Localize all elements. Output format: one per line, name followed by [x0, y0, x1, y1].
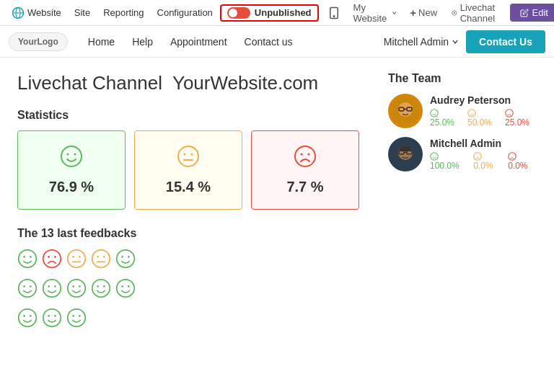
edit-button[interactable]: Edit [510, 4, 554, 22]
logo[interactable]: YourLogo [9, 32, 68, 51]
svg-point-29 [117, 250, 135, 268]
feedbacks-title: The 13 last feedbacks [17, 227, 359, 240]
svg-point-49 [30, 315, 32, 317]
svg-point-45 [121, 285, 123, 288]
svg-point-54 [72, 315, 74, 317]
feedback-icon-happy [66, 308, 87, 333]
happy-face-icon [60, 145, 83, 173]
svg-point-6 [67, 153, 69, 156]
livechat-label: Livechat Channel [460, 2, 500, 24]
svg-point-43 [103, 285, 105, 288]
website-nav-item[interactable]: Website [6, 2, 67, 24]
member-name-audrey: Audrey Peterson [430, 94, 537, 106]
svg-point-47 [19, 309, 37, 327]
configuration-label: Configuration [157, 7, 213, 18]
svg-point-70 [431, 153, 439, 161]
stats-cards: 76.9 % 15.4 % [17, 130, 359, 210]
unpublished-toggle[interactable]: Unpublished [220, 4, 319, 22]
svg-point-17 [30, 256, 32, 258]
mitchell-neutral-stat: 0.0% [473, 151, 502, 171]
appointment-label: Appointment [170, 36, 227, 48]
svg-point-27 [103, 256, 105, 258]
feedback-row-2 [17, 278, 359, 303]
toggle-switch[interactable] [227, 7, 250, 19]
svg-point-25 [92, 250, 110, 268]
top-nav-right: Unpublished My Website + New [220, 0, 554, 27]
stat-value-happy: 76.9 % [49, 179, 94, 195]
svg-point-38 [68, 280, 86, 298]
svg-point-42 [97, 285, 99, 288]
mitchell-sad-stat: 0.0% [508, 151, 537, 171]
svg-point-18 [43, 250, 61, 268]
svg-point-48 [23, 315, 25, 317]
avatar-mitchell [388, 137, 423, 172]
contact-us-link[interactable]: Contact us [236, 30, 302, 53]
svg-point-51 [48, 315, 50, 317]
svg-point-36 [48, 285, 50, 288]
contact-us-btn-label: Contact Us [479, 36, 532, 48]
svg-point-15 [19, 250, 37, 268]
member-info-audrey: Audrey Peterson 25.0% 50.0% 25.0% [430, 94, 537, 128]
member-info-mitchell: Mitchell Admin 100.0% 0.0% 0.0% [430, 138, 537, 171]
svg-point-61 [431, 110, 439, 117]
neutral-face-icon [177, 145, 200, 173]
feedback-icon-happy [66, 278, 87, 303]
svg-point-13 [301, 153, 303, 156]
new-label: New [418, 7, 437, 18]
my-website-btn[interactable]: My Website [349, 0, 402, 27]
svg-point-46 [128, 285, 130, 288]
team-member-audrey: Audrey Peterson 25.0% 50.0% 25.0% [388, 94, 537, 128]
feedbacks-section: The 13 last feedbacks [17, 227, 359, 333]
svg-point-33 [23, 285, 25, 288]
mitchell-happy-stat: 100.0% [430, 151, 467, 171]
edit-label: Edit [532, 7, 548, 18]
new-button[interactable]: + New [405, 4, 441, 22]
reporting-nav-item[interactable]: Reporting [97, 3, 149, 22]
website-navigation: YourLogo Home Help Appointment Contact u… [0, 26, 554, 58]
svg-point-9 [184, 153, 186, 156]
feedback-row-3 [17, 308, 359, 333]
svg-point-71 [474, 153, 482, 161]
admin-label: Mitchell Admin [384, 36, 449, 48]
phone-icon-btn[interactable] [323, 4, 345, 22]
chevron-down-icon [452, 38, 459, 45]
feedback-icon-happy [91, 278, 111, 303]
plus-icon: + [410, 6, 416, 19]
help-link[interactable]: Help [123, 30, 162, 53]
feedback-icon-happy [115, 249, 136, 274]
left-column: Livechat Channel YourWebsite.com Statist… [17, 72, 359, 337]
feedback-icon-happy [17, 278, 38, 303]
page-title-prefix: Livechat Channel [17, 72, 162, 94]
svg-point-26 [97, 256, 99, 258]
feedback-icon-happy [42, 308, 62, 333]
website-nav-right: Mitchell Admin Contact Us [384, 30, 545, 53]
avatar-audrey [388, 94, 423, 128]
website-nav-links: Home Help Appointment Contact us [79, 30, 302, 53]
svg-point-23 [79, 256, 81, 258]
svg-point-52 [54, 315, 56, 317]
svg-point-40 [79, 285, 81, 288]
svg-point-8 [178, 146, 198, 166]
svg-point-22 [72, 256, 74, 258]
configuration-nav-item[interactable]: Configuration [151, 3, 219, 22]
svg-point-39 [72, 285, 74, 288]
contact-us-nav-label: Contact us [245, 36, 293, 48]
site-nav-item[interactable]: Site [69, 3, 96, 22]
appointment-link[interactable]: Appointment [162, 30, 236, 53]
livechat-channel-btn[interactable]: Livechat Channel [446, 0, 505, 27]
svg-point-41 [92, 280, 110, 298]
help-label: Help [132, 36, 153, 48]
logo-text: YourLogo [18, 37, 58, 47]
svg-point-10 [191, 153, 193, 156]
page-title-suffix: YourWebsite.com [172, 72, 318, 94]
stat-value-sad: 7.7 % [286, 179, 323, 195]
home-link[interactable]: Home [79, 30, 123, 53]
svg-point-31 [128, 256, 130, 258]
svg-point-14 [308, 153, 310, 156]
statistics-section: Statistics 76.9 % [17, 109, 359, 210]
admin-dropdown[interactable]: Mitchell Admin [384, 36, 459, 48]
svg-point-19 [48, 256, 50, 258]
contact-us-button[interactable]: Contact Us [466, 30, 545, 53]
feedback-icon-happy [42, 278, 62, 303]
page-title: Livechat Channel YourWebsite.com [17, 72, 359, 94]
